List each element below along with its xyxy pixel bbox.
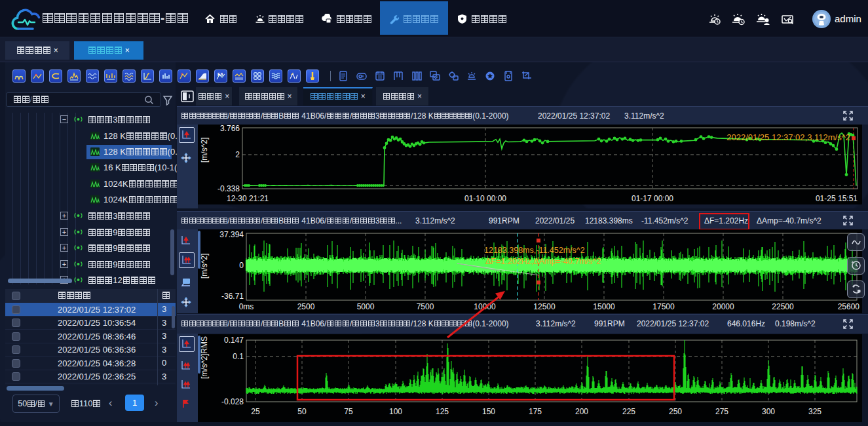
svg-text:0.1: 0.1	[233, 352, 244, 361]
svg-text:-36.71: -36.71	[221, 292, 244, 301]
svg-text:ΔF=1.202Hz,ΔAmp=-40.7m/s^2: ΔF=1.202Hz,ΔAmp=-40.7m/s^2	[485, 257, 601, 266]
svg-text:12500: 12500	[533, 302, 556, 311]
svg-text:[m/s^2]: [m/s^2]	[200, 138, 209, 163]
svg-text:200: 200	[575, 407, 588, 416]
svg-text:22500: 22500	[772, 302, 794, 311]
svg-text:75: 75	[344, 407, 353, 416]
svg-text:5000: 5000	[357, 302, 375, 311]
svg-text:10000: 10000	[474, 302, 496, 311]
svg-text:7500: 7500	[417, 302, 434, 311]
svg-text:2500: 2500	[297, 302, 315, 311]
svg-text:15000: 15000	[593, 302, 615, 311]
svg-text:0.147: 0.147	[224, 336, 244, 345]
svg-text:275: 275	[715, 407, 728, 416]
svg-text:225: 225	[622, 407, 635, 416]
svg-text:-0.338: -0.338	[217, 184, 240, 193]
svg-text:25: 25	[251, 407, 260, 416]
svg-text:3.766: 3.766	[220, 125, 240, 133]
svg-text:12183.398ms,-11.452m/s^2: 12183.398ms,-11.452m/s^2	[484, 246, 585, 255]
svg-text:37.394: 37.394	[219, 230, 244, 239]
svg-text:20000: 20000	[712, 302, 734, 311]
svg-text:150: 150	[482, 407, 495, 416]
svg-text:250: 250	[669, 407, 682, 416]
svg-text:0ms: 0ms	[239, 302, 254, 311]
svg-text:01-17 00:00: 01-17 00:00	[632, 194, 673, 203]
svg-text:0: 0	[239, 261, 244, 270]
svg-text:2022/01/25 12:37:02,3.112m/s^2: 2022/01/25 12:37:02,3.112m/s^2	[726, 132, 850, 142]
svg-text:25600: 25600	[838, 302, 860, 311]
svg-text:01-25 15:51: 01-25 15:51	[816, 194, 858, 203]
svg-text:[m/s^2]: [m/s^2]	[200, 254, 209, 279]
svg-text:01-10 00:00: 01-10 00:00	[464, 194, 506, 203]
svg-text:-0.028: -0.028	[221, 397, 244, 406]
svg-text:50: 50	[297, 407, 307, 416]
svg-text:125: 125	[436, 407, 449, 416]
svg-text:175: 175	[529, 407, 542, 416]
svg-text:300: 300	[762, 407, 775, 416]
svg-text:12-30 21:21: 12-30 21:21	[227, 194, 269, 203]
svg-text:100: 100	[389, 407, 402, 416]
svg-text:17500: 17500	[652, 302, 675, 311]
svg-text:325: 325	[808, 407, 821, 416]
svg-text:[m/s^2]RMS: [m/s^2]RMS	[200, 336, 209, 379]
svg-text:2: 2	[235, 150, 240, 159]
